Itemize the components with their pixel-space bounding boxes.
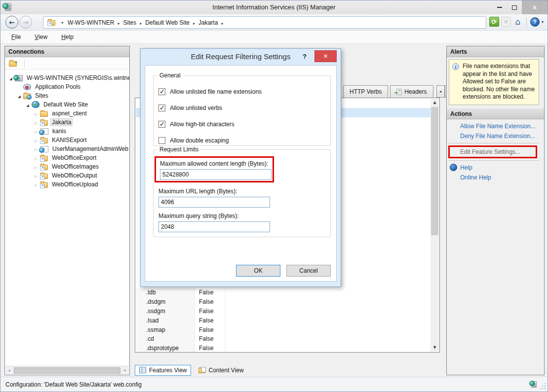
extension-row[interactable]: .dsdgm False bbox=[136, 297, 431, 307]
close-button[interactable]: ✕ bbox=[522, 0, 548, 14]
action-link[interactable]: Help bbox=[447, 163, 544, 173]
minimize-button[interactable] bbox=[492, 0, 507, 14]
stop-button[interactable]: ✕ bbox=[501, 17, 511, 27]
forward-button[interactable]: → bbox=[19, 16, 32, 29]
scroll-left-icon[interactable]: ‹ bbox=[5, 368, 13, 373]
resize-grip-icon[interactable] bbox=[541, 384, 546, 389]
feature-tab[interactable]: HTTP Verbs bbox=[343, 85, 388, 98]
checkbox[interactable] bbox=[158, 137, 165, 144]
back-button[interactable]: ← bbox=[5, 16, 18, 29]
tree-item[interactable]: WebOfficeExport bbox=[5, 153, 129, 162]
view-tab[interactable]: Content View bbox=[194, 365, 248, 376]
horizontal-scrollbar[interactable]: ‹ › bbox=[5, 366, 129, 374]
tree-item[interactable]: UserManagementAdminWeb bbox=[5, 144, 129, 153]
tree-item-label: Sites bbox=[34, 92, 50, 100]
tree-expander-icon[interactable] bbox=[16, 92, 22, 99]
action-link-label: Online Help bbox=[460, 174, 491, 181]
extension-row[interactable]: .cd False bbox=[136, 334, 431, 344]
tree-expander-icon[interactable] bbox=[33, 181, 39, 188]
title-bar: Internet Information Services (IIS) Mana… bbox=[0, 0, 548, 14]
extension-row[interactable]: .ssdgm False bbox=[136, 307, 431, 316]
tree-expander-icon[interactable] bbox=[25, 101, 31, 108]
breadcrumb-item[interactable]: Sites bbox=[123, 19, 145, 26]
feature-tab[interactable]: Headers bbox=[390, 85, 433, 98]
tree-item-label: Application Pools bbox=[34, 83, 82, 91]
maximize-button[interactable] bbox=[507, 0, 522, 14]
extension-row[interactable]: .dsprototype False bbox=[136, 344, 431, 353]
tree-expander-icon[interactable] bbox=[33, 163, 39, 170]
tree-item[interactable]: WebOfficeUpload bbox=[5, 180, 129, 189]
limit-input[interactable] bbox=[158, 197, 270, 208]
scrollbar-thumb[interactable] bbox=[14, 367, 120, 374]
limit-field: Maximum allowed content length (Bytes): bbox=[155, 156, 274, 182]
scroll-up-icon[interactable]: ▲ bbox=[431, 99, 439, 107]
checkbox-row[interactable]: Allow high-bit characters bbox=[158, 119, 330, 129]
checkbox-row[interactable]: Allow unlisted verbs bbox=[158, 103, 330, 113]
sites-folder-icon bbox=[23, 94, 31, 99]
dialog-body: General Allow unlisted file name extensi… bbox=[145, 65, 337, 282]
extension-row[interactable]: .ssmap False bbox=[136, 325, 431, 334]
scroll-down-icon[interactable]: ▼ bbox=[431, 344, 439, 352]
home-button[interactable]: ⌂ bbox=[513, 17, 523, 27]
allowed-cell: False bbox=[195, 325, 226, 334]
menu-bar: FileViewHelp bbox=[0, 31, 548, 44]
scroll-right-icon[interactable]: › bbox=[121, 368, 129, 373]
tree-item[interactable]: Application Pools bbox=[5, 82, 129, 91]
alerts-header: Alerts bbox=[447, 46, 544, 57]
tree-item[interactable]: Sites bbox=[5, 91, 129, 100]
refresh-button[interactable]: ⟳ bbox=[489, 17, 499, 27]
ok-button[interactable]: OK bbox=[236, 265, 280, 277]
tree-expander-icon[interactable] bbox=[33, 110, 39, 117]
tree-item[interactable]: aspnet_client bbox=[5, 109, 129, 118]
action-link[interactable]: Online Help bbox=[447, 173, 544, 182]
features-view-icon bbox=[139, 367, 146, 373]
breadcrumb-separator: ▸ bbox=[62, 20, 64, 25]
breadcrumb-item[interactable]: W-WS-WINTNER bbox=[68, 19, 123, 26]
action-link[interactable]: Allow File Name Extension... bbox=[447, 121, 544, 131]
menu-item[interactable]: Help bbox=[61, 34, 74, 40]
checkbox[interactable] bbox=[158, 105, 165, 111]
create-connection-icon[interactable] bbox=[9, 61, 17, 67]
view-tab[interactable]: Features View bbox=[135, 365, 191, 376]
vertical-scrollbar[interactable]: ▲ ▼ bbox=[431, 99, 439, 352]
action-link[interactable]: Deny File Name Extension... bbox=[447, 131, 544, 141]
cancel-button[interactable]: Cancel bbox=[286, 265, 331, 277]
action-link[interactable]: Edit Feature Settings... bbox=[450, 147, 536, 157]
tree-expander-icon[interactable] bbox=[33, 128, 39, 135]
breadcrumb[interactable]: ▸ W-WS-WINTNERSitesDefault Web SiteJakar… bbox=[43, 16, 486, 29]
extension-row[interactable]: .ldb False bbox=[136, 288, 431, 297]
tree-item[interactable]: KANISExport bbox=[5, 136, 129, 144]
extension-row[interactable]: .lsad False bbox=[136, 316, 431, 325]
checkbox[interactable] bbox=[158, 121, 165, 128]
tree-expander-icon[interactable] bbox=[33, 137, 39, 143]
checkbox-row[interactable]: Allow double escaping bbox=[158, 136, 330, 145]
help-menu-button[interactable]: ? bbox=[530, 17, 540, 27]
help-dropdown-caret-icon[interactable]: ▾ bbox=[542, 20, 544, 24]
dialog-close-button[interactable]: ✕ bbox=[314, 50, 337, 62]
tab-scroll-left-button[interactable]: ◂ bbox=[436, 85, 445, 98]
menu-item[interactable]: File bbox=[11, 34, 21, 40]
limit-input[interactable] bbox=[158, 221, 270, 232]
tree-expander-icon[interactable] bbox=[33, 154, 39, 161]
feature-tab-label: Headers bbox=[404, 88, 427, 95]
general-group-label: General bbox=[157, 72, 183, 79]
tree-item[interactable]: Default Web Site bbox=[5, 100, 129, 109]
checkbox-row[interactable]: Allow unlisted file name extensions bbox=[158, 87, 330, 97]
tree-item[interactable]: WebOfficeOutput bbox=[5, 171, 129, 180]
dialog-help-button[interactable]: ? bbox=[299, 51, 310, 62]
tree-expander-icon[interactable] bbox=[33, 145, 39, 152]
menu-item[interactable]: View bbox=[35, 34, 47, 40]
tree-item[interactable]: Jakarta bbox=[5, 118, 129, 127]
limit-input[interactable] bbox=[160, 169, 272, 180]
breadcrumb-item[interactable]: Default Web Site bbox=[145, 19, 198, 26]
tree-expander-icon[interactable] bbox=[33, 172, 39, 179]
tree-expander-icon[interactable] bbox=[33, 119, 39, 126]
action-link-label: Edit Feature Settings... bbox=[460, 148, 520, 155]
checkbox[interactable] bbox=[158, 88, 165, 95]
tree-item[interactable]: W-WS-WINTNER (SYNERGIS\s.wintner) bbox=[5, 73, 129, 82]
tree-item[interactable]: WebOfficeImages bbox=[5, 162, 129, 171]
action-link-label: Allow File Name Extension... bbox=[460, 123, 536, 130]
breadcrumb-item[interactable]: Jakarta bbox=[198, 19, 227, 26]
scrollbar-thumb[interactable] bbox=[431, 107, 438, 235]
tree-item[interactable]: kanis bbox=[5, 127, 129, 136]
